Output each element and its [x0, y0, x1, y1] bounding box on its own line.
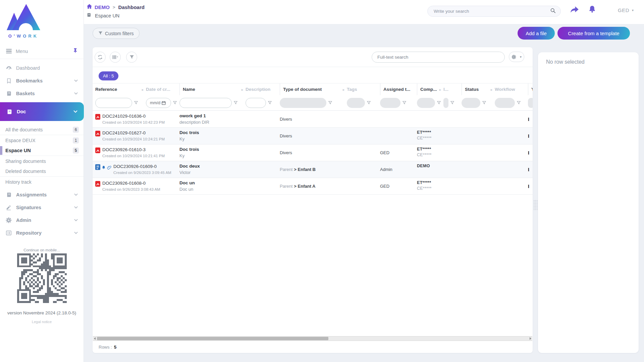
scrollbar-thumb[interactable] — [97, 337, 328, 340]
filter-funnel-icon[interactable] — [450, 101, 454, 105]
filter-funnel-icon[interactable] — [234, 101, 237, 105]
column-header-date[interactable]: Date of cr... — [146, 83, 179, 95]
column-header-status[interactable]: Status▸ — [462, 83, 495, 95]
sort-arrow-icon: ▸ — [439, 87, 441, 91]
column-header-i[interactable]: I... — [443, 83, 462, 95]
columns-button[interactable] — [110, 52, 121, 63]
table-row[interactable]: DOC241029-01627-0 Created on 10/29/2024 … — [93, 128, 533, 144]
description-filter-input[interactable] — [246, 98, 266, 108]
column-header-type[interactable]: Type of document▸ — [280, 83, 347, 95]
document-type: Divers — [280, 133, 292, 138]
panel-resize-handle[interactable] — [533, 200, 538, 210]
sidebar: O'WORK Menu Dashboard Bookmarks — [0, 0, 84, 362]
legal-notice-link[interactable]: Legal notice — [0, 320, 84, 324]
sidebar-item-assignments[interactable]: Assignments — [0, 188, 84, 201]
book-icon — [5, 90, 12, 97]
sidebar-item-doc[interactable]: Doc — [0, 102, 84, 121]
bookmark-icon — [5, 78, 12, 84]
breadcrumb-current[interactable]: Dashboard — [118, 4, 145, 10]
table-settings-button[interactable]: ▾ — [509, 52, 524, 62]
column-header-y[interactable]: Y... — [528, 83, 533, 95]
column-header-assigned[interactable]: Assigned t... — [380, 83, 417, 95]
add-file-button[interactable]: Add a file — [518, 27, 555, 40]
qr-code — [17, 253, 67, 303]
table-body: DOC241029-01636-0 Created on 10/29/2024 … — [93, 111, 533, 195]
filter-funnel-icon[interactable] — [173, 101, 177, 105]
breadcrumb-root[interactable]: DEMO — [95, 4, 110, 10]
sidebar-item-deleted-documents[interactable]: Deleted documents — [0, 166, 84, 177]
menu-toggle[interactable]: Menu — [0, 44, 84, 59]
document-created: Created on 10/29/2024 10:21:41 PM — [102, 154, 165, 158]
sidebar-item-admin[interactable]: Admin — [0, 214, 84, 227]
profile-menu[interactable]: GED ▾ — [618, 7, 634, 13]
column-header-reference[interactable]: Reference▸ — [95, 83, 146, 95]
pin-icon[interactable] — [73, 48, 77, 54]
document-subtitle: Doc un — [179, 187, 246, 192]
sidebar-item-espace-deux[interactable]: Espace DEUX 1 — [0, 135, 84, 145]
document-subtitle: Ky — [179, 153, 246, 158]
sort-arrow-icon: ▸ — [343, 87, 344, 91]
table-row[interactable]: DOC241029-01636-0 Created on 10/29/2024 … — [93, 111, 533, 128]
search-icon[interactable] — [550, 8, 556, 15]
calendar-icon[interactable] — [162, 101, 166, 105]
sidebar-item-dashboard[interactable]: Dashboard — [0, 62, 84, 74]
document-reference: DOC241029-01627-0 — [102, 130, 165, 135]
fulltext-search-input[interactable] — [377, 55, 499, 60]
column-header-company[interactable]: Comp...▸ — [417, 83, 443, 95]
book-icon — [5, 192, 12, 198]
page-subtitle-row: Espace UN — [87, 12, 119, 19]
filter-button[interactable] — [126, 52, 137, 63]
column-header-name[interactable]: Name▸ — [179, 83, 246, 95]
share-forward-icon[interactable] — [570, 5, 579, 15]
sidebar-item-all-documents[interactable]: All the documents 6 — [0, 125, 84, 135]
filter-funnel-icon[interactable] — [367, 101, 371, 105]
count-badge: 1 — [73, 137, 79, 143]
topbar: DEMO > Dashboard Espace UN GED ▾ — [84, 0, 644, 24]
app-logo[interactable]: O'WORK — [0, 0, 84, 42]
scroll-right-icon[interactable] — [530, 337, 531, 340]
sidebar-item-repository[interactable]: Repository — [0, 227, 84, 239]
pdf-file-icon — [95, 181, 100, 188]
horizontal-scrollbar[interactable] — [93, 336, 532, 341]
sidebar-item-history-track[interactable]: History track — [0, 177, 84, 187]
filter-funnel-icon[interactable] — [328, 101, 332, 105]
sidebar-item-signatures[interactable]: Signatures — [0, 201, 84, 214]
sidebar-item-espace-un[interactable]: Espace UN 5 — [0, 145, 84, 156]
document-created: Created on 10/29/2024 10:42:23 PM — [102, 120, 165, 124]
scroll-left-icon[interactable] — [94, 337, 96, 340]
sidebar-item-baskets[interactable]: Baskets — [0, 87, 84, 100]
date-filter-input[interactable]: mm/d — [146, 98, 171, 108]
document-reference: DOC230926-01610-3 — [102, 147, 165, 152]
create-from-template-button[interactable]: Create from a template — [557, 27, 630, 40]
all-filter-badge[interactable]: All : 5 — [99, 71, 118, 80]
filter-funnel-icon[interactable] — [268, 101, 272, 105]
home-icon[interactable] — [87, 4, 92, 10]
document-type: Divers — [280, 117, 292, 122]
notification-bell-icon[interactable] — [588, 5, 596, 15]
document-name: owork ged 1 — [179, 113, 246, 118]
custom-filters-button[interactable]: Custom filters — [93, 28, 140, 39]
filter-funnel-icon[interactable] — [437, 101, 441, 105]
table-row[interactable]: DOC230926-01608-0 Created on 9/26/2023 3… — [93, 178, 533, 195]
rows-label: Rows : — [99, 345, 112, 350]
filter-funnel-icon[interactable] — [134, 101, 138, 105]
sidebar-item-bookmarks[interactable]: Bookmarks — [0, 74, 84, 87]
workflow-filter-input — [495, 98, 515, 108]
column-header-tags[interactable]: Tags — [347, 83, 380, 95]
refresh-button[interactable] — [95, 52, 106, 63]
filter-funnel-icon[interactable] — [517, 101, 521, 105]
document-name: Doc trois — [179, 130, 246, 135]
column-header-description[interactable]: Description — [246, 83, 280, 95]
mobile-hint: Continue on mobile... — [0, 248, 84, 252]
table-row[interactable]: DOC230926-01610-3 Created on 10/29/2024 … — [93, 144, 533, 161]
column-header-workflow[interactable]: Workflow — [495, 83, 528, 95]
filter-funnel-icon[interactable] — [482, 101, 486, 105]
assigned-to: Admin — [380, 167, 392, 172]
sidebar-item-sharing-documents[interactable]: Sharing documents — [0, 156, 84, 166]
global-search-input[interactable] — [434, 9, 550, 14]
name-filter-input[interactable] — [179, 98, 232, 108]
reference-filter-input[interactable] — [95, 98, 132, 108]
table-row[interactable]: DOC230926-01609-0 Created on 9/26/2023 3… — [93, 161, 533, 178]
y-filter-input — [528, 98, 533, 108]
filter-funnel-icon[interactable] — [402, 101, 406, 105]
